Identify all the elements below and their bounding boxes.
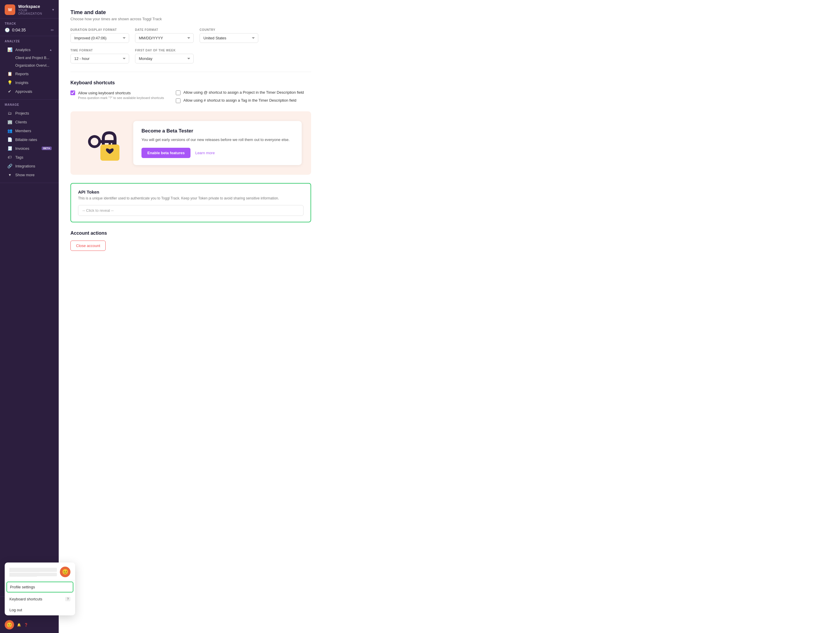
sidebar-item-clients[interactable]: 🏢 Clients [5, 117, 54, 126]
at-shortcut-label[interactable]: Allow using @ shortcut to assign a Proje… [183, 90, 304, 95]
close-account-button[interactable]: Close account [70, 241, 106, 251]
analytics-label: Analytics [15, 47, 47, 52]
first-day-select[interactable]: Monday [135, 54, 194, 63]
country-select[interactable]: United States [200, 33, 258, 43]
time-format-select[interactable]: 12 - hour [70, 54, 129, 63]
workspace-info: Workspace YOUR ORGANIZATION [18, 4, 49, 15]
notifications-icon: 🔔 [17, 623, 21, 627]
date-format-group: DATE FORMAT MM/DD/YYYY [135, 28, 194, 43]
tags-label: Tags [15, 155, 52, 160]
date-format-label: DATE FORMAT [135, 28, 194, 32]
svg-point-1 [91, 138, 98, 146]
invoices-icon: 🧾 [7, 146, 12, 151]
analyze-label: ANALYZE [5, 40, 54, 43]
integrations-icon: 🔗 [7, 164, 12, 168]
sidebar-item-integrations[interactable]: 🔗 Integrations [5, 161, 54, 170]
allow-shortcuts-label[interactable]: Allow using keyboard shortcuts [78, 91, 131, 95]
projects-label: Projects [15, 111, 52, 116]
workspace-name: Workspace [18, 4, 49, 9]
clients-label: Clients [15, 120, 52, 124]
popup-profile-settings[interactable]: Profile settings [6, 582, 73, 592]
allow-shortcuts-sublabel: Press question mark "?" to see available… [78, 96, 164, 100]
api-reveal-button[interactable]: -- Click to reveal -- [78, 205, 303, 216]
api-title: API Token [78, 190, 303, 195]
sidebar-item-org-overview[interactable]: Organization Overvl... [5, 62, 54, 69]
shortcut-key-badge: ? [65, 597, 70, 601]
key-lock-svg [80, 120, 124, 166]
country-group: COUNTRY United States [200, 28, 258, 43]
projects-icon: 🗂 [7, 111, 12, 116]
invoices-label: Invoices [15, 146, 39, 151]
checkbox-group-right: Allow using @ shortcut to assign a Proje… [176, 90, 304, 103]
analyze-section: ANALYZE 📊 Analytics ▴ Client and Project… [0, 36, 59, 100]
time-format-group: TIME FORMAT 12 - hour [70, 49, 129, 63]
popup-logout[interactable]: Log out [5, 605, 75, 616]
country-label: COUNTRY [200, 28, 258, 32]
beta-badge: BETA [42, 147, 52, 150]
timer-value: 0:04:35 [12, 28, 49, 32]
checkbox-row-1: Allow using keyboard shortcuts Press que… [70, 90, 164, 100]
sidebar-item-client-project[interactable]: Client and Project B... [5, 54, 54, 62]
popup-user-email: ████████████ [9, 573, 57, 576]
approvals-label: Approvals [15, 89, 52, 94]
edit-icon[interactable]: ✏ [51, 28, 54, 32]
hash-shortcut-label[interactable]: Allow using # shortcut to assign a Tag i… [183, 98, 297, 103]
manage-section: MANAGE 🗂 Projects 🏢 Clients 👥 Members 📄 … [0, 100, 59, 183]
show-more-label: Show more [15, 173, 52, 177]
chevron-down-icon-sm: ▾ [7, 172, 12, 177]
help-icon: ❓ [24, 623, 28, 627]
sidebar-item-tags[interactable]: 🏷 Tags [5, 153, 54, 161]
workspace-org: YOUR ORGANIZATION [18, 9, 49, 15]
clock-icon: 🕐 [5, 28, 10, 32]
popup-keyboard-shortcuts[interactable]: Keyboard shortcuts ? [5, 593, 75, 605]
enable-beta-button[interactable]: Enable beta features [142, 148, 191, 158]
duration-format-select[interactable]: Improved (0:47:06) [70, 33, 129, 43]
api-subtitle: This is a unique identifier used to auth… [78, 196, 303, 200]
sidebar-item-invoices[interactable]: 🧾 Invoices BETA [5, 144, 54, 153]
manage-label: MANAGE [5, 103, 54, 106]
popup-keyboard-shortcuts-label: Keyboard shortcuts [9, 597, 42, 601]
form-row-2: TIME FORMAT 12 - hour FIRST DAY OF THE W… [70, 49, 311, 63]
billable-icon: 📄 [7, 137, 12, 142]
logout-label: Log out [9, 608, 22, 612]
avatar: 😊 [5, 620, 14, 630]
first-day-label: FIRST DAY OF THE WEEK [135, 49, 194, 52]
workspace-header[interactable]: W Workspace YOUR ORGANIZATION ▾ [0, 0, 59, 19]
reports-icon: 📋 [7, 71, 12, 76]
popup-user-name: ████████████ [9, 568, 57, 572]
track-label: TRACK [5, 22, 54, 25]
learn-more-link[interactable]: Learn more [195, 151, 215, 155]
section-subtitle: Choose how your times are shown across T… [70, 17, 311, 21]
sidebar-item-insights[interactable]: 💡 Insights [5, 78, 54, 87]
checkbox-row-3: Allow using # shortcut to assign a Tag i… [176, 98, 304, 103]
date-format-select[interactable]: MM/DD/YYYY [135, 33, 194, 43]
sidebar-item-members[interactable]: 👥 Members [5, 126, 54, 135]
sidebar-item-approvals[interactable]: ✔ Approvals [5, 87, 54, 96]
chevron-down-icon: ▾ [52, 8, 54, 12]
timer-row: 🕐 0:04:35 ✏ [5, 28, 54, 32]
workspace-avatar: W [5, 5, 15, 15]
beta-banner: Become a Beta Tester You will get early … [70, 111, 311, 175]
billable-rates-label: Billable rates [15, 138, 52, 142]
sidebar-item-reports[interactable]: 📋 Reports [5, 69, 54, 78]
account-actions-title: Account actions [70, 231, 311, 236]
popup-avatar: 😊 [60, 567, 70, 577]
allow-shortcuts-checkbox[interactable] [70, 90, 75, 95]
time-format-label: TIME FORMAT [70, 49, 129, 52]
user-profile-row[interactable]: 😊 🔔 ❓ [5, 620, 54, 630]
sidebar-item-show-more[interactable]: ▾ Show more [5, 170, 54, 179]
at-shortcut-checkbox[interactable] [176, 90, 180, 95]
hash-shortcut-checkbox[interactable] [176, 98, 180, 103]
first-day-group: FIRST DAY OF THE WEEK Monday [135, 49, 194, 63]
reports-label: Reports [15, 72, 52, 76]
sidebar-item-projects[interactable]: 🗂 Projects [5, 109, 54, 117]
sidebar-item-analytics[interactable]: 📊 Analytics ▴ [5, 45, 54, 54]
track-section: TRACK 🕐 0:04:35 ✏ [0, 19, 59, 36]
beta-actions: Enable beta features Learn more [142, 148, 294, 158]
beta-illustration [80, 120, 124, 166]
insights-icon: 💡 [7, 80, 12, 85]
popup-menu: ████████████ ████████████ 😊 Profile sett… [5, 562, 75, 616]
profile-settings-label: Profile settings [10, 585, 35, 589]
sidebar-item-billable-rates[interactable]: 📄 Billable rates [5, 135, 54, 144]
tags-icon: 🏷 [7, 155, 12, 160]
